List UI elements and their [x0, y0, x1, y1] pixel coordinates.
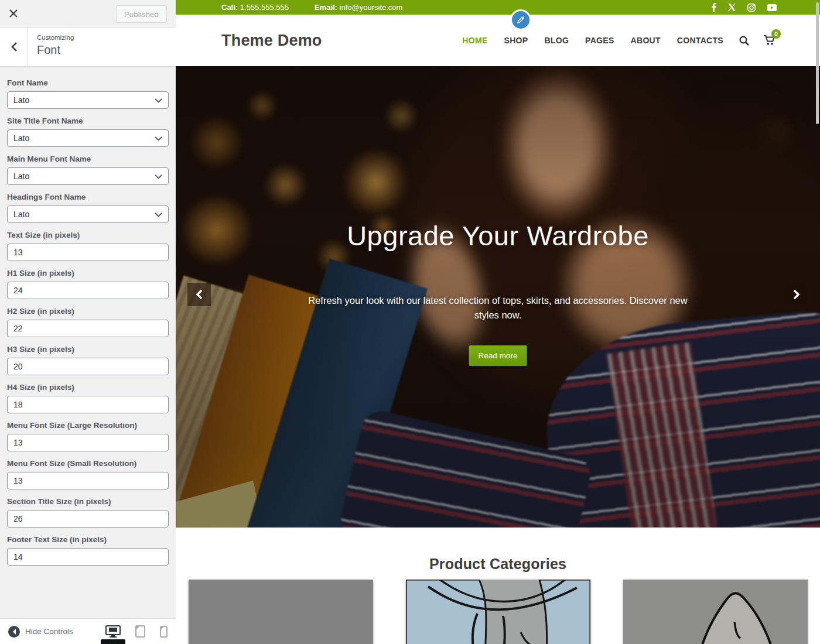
site-header: Theme Demo HOME SHOP BLOG PAGES ABOUT CO…: [176, 15, 820, 66]
active-device-indicator: [101, 639, 125, 644]
h1-size-input[interactable]: [7, 282, 169, 299]
nav-item-home[interactable]: HOME: [462, 36, 487, 45]
jacket-image: [406, 580, 590, 644]
main-menu-font-select[interactable]: Lato: [7, 167, 169, 185]
nav-item-pages[interactable]: PAGES: [585, 36, 614, 45]
section-title: Product Categories: [176, 557, 820, 571]
close-customizer-button[interactable]: [0, 0, 27, 27]
desktop-icon: [105, 625, 121, 638]
font-name-select[interactable]: Lato: [7, 91, 169, 109]
menu-font-size-small-input[interactable]: [7, 472, 169, 489]
pencil-icon: [517, 16, 525, 24]
hide-controls-button[interactable]: Hide Controls: [8, 626, 73, 638]
call-label: Call:: [221, 3, 238, 12]
field-label: Site Title Font Name: [7, 117, 169, 125]
email-address[interactable]: info@yoursite.com: [340, 3, 403, 12]
customizer-footer: Hide Controls: [0, 618, 176, 644]
cart-count-badge: 0: [771, 29, 781, 39]
category-card-hoodie[interactable]: [623, 580, 808, 644]
customizer-edit-shortcut[interactable]: [512, 11, 529, 29]
field-label: H4 Size (in pixels): [7, 383, 169, 392]
mobile-preview-button[interactable]: [160, 626, 168, 638]
section-title-size-input[interactable]: [7, 510, 169, 527]
tablet-preview-button[interactable]: [135, 625, 145, 638]
next-slide-button[interactable]: [785, 283, 808, 306]
cart-button[interactable]: 0: [764, 35, 775, 46]
category-card-jacket[interactable]: [406, 580, 590, 644]
device-preview-switcher: [105, 625, 168, 638]
field-headings-font: Headings Font Name Lato: [7, 193, 169, 223]
site-preview: Call: 1.555.555.555 Email: info@yoursite…: [176, 0, 820, 644]
site-title[interactable]: Theme Demo: [221, 32, 322, 50]
published-button[interactable]: Published: [116, 5, 167, 23]
email-label: Email:: [315, 3, 337, 12]
menu-font-size-large-input[interactable]: [7, 434, 169, 451]
phone-number: 1.555.555.555: [240, 3, 289, 12]
field-label: Footer Text Size (in pixels): [7, 535, 169, 544]
tablet-icon: [135, 625, 145, 638]
nav-item-shop[interactable]: SHOP: [504, 36, 528, 45]
chevron-down-icon: [155, 98, 162, 103]
field-label: Menu Font Size (Small Resolution): [7, 459, 169, 468]
field-label: Font Name: [7, 78, 169, 87]
social-links: [712, 3, 777, 12]
x-icon: [728, 4, 736, 11]
field-h2-size: H2 Size (in pixels): [7, 307, 169, 337]
search-button[interactable]: [739, 36, 749, 46]
select-value: Lato: [13, 133, 29, 143]
field-text-size: Text Size (in pixels): [7, 231, 169, 261]
customizer-section-header: Customizing Font: [0, 27, 176, 67]
field-label: Text Size (in pixels): [7, 231, 169, 239]
youtube-link[interactable]: [767, 4, 777, 11]
panel-context: Customizing: [37, 34, 74, 41]
facebook-icon: [712, 3, 716, 12]
field-label: Headings Font Name: [7, 193, 169, 201]
chevron-down-icon: [155, 213, 162, 217]
instagram-link[interactable]: [747, 4, 756, 12]
field-label: Menu Font Size (Large Resolution): [7, 421, 169, 430]
nav-item-contacts[interactable]: CONTACTS: [677, 36, 723, 45]
panel-title: Font: [37, 43, 74, 57]
chevron-left-icon: [196, 289, 203, 300]
read-more-button[interactable]: Read more: [469, 345, 527, 366]
nav-item-about[interactable]: ABOUT: [631, 36, 661, 45]
footer-text-size-input[interactable]: [7, 548, 169, 566]
h2-size-input[interactable]: [7, 320, 169, 337]
field-main-menu-font: Main Menu Font Name Lato: [7, 155, 169, 185]
wordpress-customizer-screen: Published Customizing Font Font Name Lat…: [0, 0, 820, 644]
instagram-icon: [747, 4, 756, 12]
select-value: Lato: [13, 210, 29, 219]
chevron-down-icon: [155, 136, 162, 141]
back-icon: [11, 42, 18, 52]
field-h1-size: H1 Size (in pixels): [7, 269, 169, 299]
field-h4-size: H4 Size (in pixels): [7, 383, 169, 413]
close-icon: [9, 9, 18, 18]
back-button[interactable]: [0, 28, 28, 66]
field-label: H2 Size (in pixels): [7, 307, 169, 316]
preview-scrollbar[interactable]: [816, 2, 819, 124]
customizer-topbar: Published: [0, 0, 176, 27]
text-size-input[interactable]: [7, 244, 169, 261]
collapse-icon: [8, 626, 20, 638]
nav-item-blog[interactable]: BLOG: [544, 36, 569, 45]
hero-text: Refresh your look with our latest collec…: [296, 293, 700, 323]
site-title-font-select[interactable]: Lato: [7, 129, 169, 147]
previous-slide-button[interactable]: [187, 283, 211, 306]
x-twitter-link[interactable]: [728, 4, 736, 11]
headings-font-select[interactable]: Lato: [7, 205, 169, 223]
desktop-preview-button[interactable]: [105, 625, 121, 638]
category-cards: [176, 580, 820, 644]
h4-size-input[interactable]: [7, 396, 169, 413]
select-value: Lato: [13, 95, 29, 105]
field-font-name: Font Name Lato: [7, 78, 169, 109]
customizer-controls: Font Name Lato Site Title Font Name Lato…: [0, 67, 176, 618]
hero-slider: Upgrade Your Wardrobe Refresh your look …: [176, 66, 820, 527]
field-label: H3 Size (in pixels): [7, 345, 169, 354]
main-navigation: HOME SHOP BLOG PAGES ABOUT CONTACTS: [462, 36, 723, 45]
category-card-placeholder[interactable]: [189, 580, 373, 644]
mobile-icon: [160, 626, 168, 638]
select-value: Lato: [13, 172, 29, 181]
h3-size-input[interactable]: [7, 358, 169, 375]
facebook-link[interactable]: [712, 3, 716, 12]
chevron-right-icon: [793, 289, 800, 300]
